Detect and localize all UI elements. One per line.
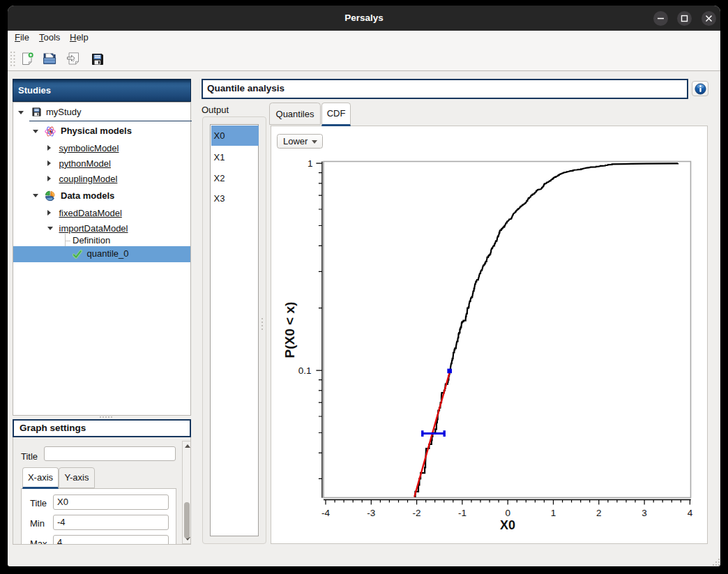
svg-text:3: 3	[642, 508, 647, 518]
svg-text:4: 4	[688, 508, 693, 518]
svg-text:X0: X0	[500, 518, 515, 532]
svg-text:2: 2	[596, 508, 602, 518]
svg-text:-1: -1	[458, 508, 467, 518]
svg-text:-3: -3	[367, 508, 375, 518]
svg-text:-2: -2	[413, 508, 421, 518]
svg-text:1: 1	[308, 158, 313, 169]
svg-text:0: 0	[505, 508, 510, 518]
svg-text:0.1: 0.1	[298, 365, 312, 376]
svg-text:1: 1	[551, 508, 556, 518]
svg-text:P(X0 < x): P(X0 < x)	[282, 302, 297, 358]
svg-text:-4: -4	[321, 508, 330, 518]
